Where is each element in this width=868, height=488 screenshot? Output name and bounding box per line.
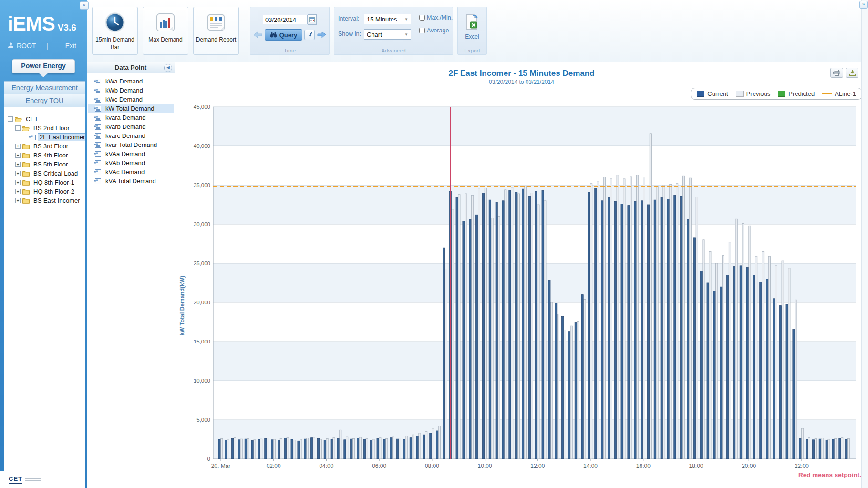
goto-pointer-button[interactable] [304, 30, 315, 40]
maxmin-checkbox[interactable] [419, 15, 425, 21]
datapoint-icon [94, 142, 101, 148]
datapoint-item-kvarc-demand[interactable]: kvarc Demand [88, 131, 174, 140]
sidebar: iEMSV3.6 ROOT | Exit Power Energy Energy… [0, 0, 87, 488]
account-separator: | [46, 42, 48, 50]
tree-node-bs-east-incomer[interactable]: +BS East Incomer [6, 196, 85, 205]
tree-node-label: HQ 8th Floor-2 [31, 187, 76, 196]
tool-demand-report[interactable]: Demand Report [193, 7, 239, 55]
datapoint-icon [94, 97, 101, 103]
expand-node-icon[interactable]: + [15, 162, 21, 167]
tree-node-label: BS 4th Floor [31, 151, 70, 159]
chart-actions [830, 68, 858, 78]
window-scrollbar[interactable] [861, 0, 868, 488]
tool-label: Max Demand [148, 36, 182, 44]
sidebar-collapse-button[interactable]: « [80, 1, 89, 10]
datapoint-item-kwc-demand[interactable]: kWc Demand [88, 95, 174, 104]
sidebar-item-energy-measurement[interactable]: Energy Measurement [4, 81, 85, 94]
print-button[interactable] [830, 68, 843, 78]
tree-node-bs-4th-floor[interactable]: +BS 4th Floor [6, 151, 85, 160]
chart-subtitle: 03/20/2014 to 03/21/2014 [175, 79, 868, 85]
expand-node-icon[interactable]: + [15, 171, 21, 176]
printer-icon [833, 70, 840, 76]
datapoint-item-kw-total-demand[interactable]: kW Total Demand [88, 104, 174, 113]
panel-collapse-icon[interactable]: ◀ [164, 64, 172, 72]
date-input[interactable] [263, 15, 308, 24]
sidebar-item-energy-tou[interactable]: Energy TOU [4, 94, 85, 107]
y-axis-title: kW Total Demand(kW) [179, 276, 186, 336]
datapoint-item-kvara-demand[interactable]: kvara Demand [88, 113, 174, 122]
chart-title: 2F East Incomer - 15 Minutes Demand [175, 69, 868, 78]
tree-node-2f-east-incomer[interactable]: 2F East Incomer [6, 133, 85, 142]
interval-select[interactable]: 15 Minutes ▼ [364, 14, 411, 24]
advanced-group: Interval: 15 Minutes ▼ Show in: Chart ▼ [334, 7, 453, 55]
datapoint-label: kvar Total Demand [105, 141, 157, 148]
collapse-node-icon[interactable]: − [8, 116, 13, 122]
chart-legend: CurrentPreviousPredictedALine-1 [691, 88, 862, 100]
datapoint-label: kVAc Demand [105, 168, 145, 176]
legend-label: Previous [746, 90, 771, 97]
folder-icon [22, 171, 30, 177]
datapoint-item-kvac-demand[interactable]: kVAc Demand [88, 167, 174, 177]
main-area: 15min Demand Bar Max Demand Demand Repor… [87, 0, 868, 488]
tool-max-demand[interactable]: Max Demand [143, 7, 188, 55]
tree-node-cet[interactable]: −CET [6, 114, 85, 124]
datapoint-item-kvarb-demand[interactable]: kvarb Demand [88, 122, 174, 131]
download-button[interactable] [846, 68, 858, 78]
expand-node-icon[interactable]: + [15, 180, 21, 185]
legend-box-swatch [736, 91, 744, 97]
tab-power-energy[interactable]: Power Energy [12, 59, 75, 73]
datapoint-icon [94, 79, 101, 84]
datapoint-item-kvaa-demand[interactable]: kVAa Demand [88, 149, 174, 158]
datapoint-label: kVAb Demand [105, 159, 145, 166]
expand-node-icon[interactable]: + [15, 189, 21, 194]
exit-button[interactable]: Exit [65, 42, 76, 50]
time-group-label: Time [250, 48, 329, 53]
datapoint-icon [94, 88, 101, 93]
datapoint-label: kWc Demand [105, 96, 143, 103]
calendar-icon[interactable] [308, 14, 317, 25]
demand-chart-svg: 05,00010,00015,00020,00025,00030,00035,0… [175, 62, 868, 488]
datapoint-label: kW Total Demand [105, 105, 154, 112]
legend-label: Predicted [788, 90, 815, 97]
tree-node-bs-2nd-floor[interactable]: −BS 2nd Floor [6, 124, 85, 133]
device-tree: −CET−BS 2nd Floor2F East Incomer+BS 3rd … [4, 111, 85, 471]
svg-text:04:00: 04:00 [319, 463, 333, 469]
tree-node-bs-critical-load[interactable]: +BS Critical Load [6, 169, 85, 178]
legend-label: Current [707, 90, 728, 97]
show-in-select[interactable]: Chart ▼ [364, 29, 411, 40]
query-button[interactable]: Query [265, 29, 303, 41]
collapse-node-icon[interactable]: − [15, 125, 21, 131]
datapoint-item-kwa-demand[interactable]: kWa Demand [88, 77, 174, 86]
previous-day-arrow[interactable] [253, 31, 263, 38]
legend-item-aline-1: ALine-1 [822, 90, 856, 97]
panel-collapse-right-button[interactable]: » [859, 1, 868, 9]
user-name[interactable]: ROOT [17, 42, 36, 50]
datapoint-label: kvarc Demand [105, 132, 145, 139]
datapoint-icon [94, 160, 101, 166]
tree-node-label: BS 2nd Floor [31, 124, 72, 132]
datapoint-header: Data Point ◀ [87, 62, 175, 73]
tree-node-label: BS 3rd Floor [31, 142, 70, 150]
svg-text:15,000: 15,000 [194, 339, 210, 344]
datapoint-item-kvar-total-demand[interactable]: kvar Total Demand [88, 140, 174, 149]
tree-node-hq-8th-floor-1[interactable]: +HQ 8th Floor-1 [6, 178, 85, 187]
datapoint-icon [94, 133, 101, 139]
excel-export-button[interactable]: Excel [458, 14, 486, 40]
expand-node-icon[interactable]: + [15, 144, 21, 149]
expand-node-icon[interactable]: + [15, 198, 21, 203]
datapoint-item-kwb-demand[interactable]: kWb Demand [88, 86, 174, 95]
datapoint-label: kVA Total Demand [105, 177, 156, 185]
tree-node-bs-5th-floor[interactable]: +BS 5th Floor [6, 160, 85, 169]
datapoint-item-kvab-demand[interactable]: kVAb Demand [88, 158, 174, 167]
svg-text:22:00: 22:00 [795, 463, 809, 469]
tree-node-bs-3rd-floor[interactable]: +BS 3rd Floor [6, 142, 85, 151]
expand-node-icon[interactable]: + [15, 153, 21, 158]
tree-node-hq-8th-floor-2[interactable]: +HQ 8th Floor-2 [6, 187, 85, 196]
datapoint-item-kva-total-demand[interactable]: kVA Total Demand [88, 177, 174, 186]
tool-15min-demand-bar[interactable]: 15min Demand Bar [92, 7, 138, 55]
svg-text:06:00: 06:00 [372, 463, 386, 469]
datapoint-icon [94, 124, 101, 130]
next-day-arrow[interactable] [317, 31, 326, 38]
svg-text:45,000: 45,000 [194, 104, 210, 110]
average-checkbox[interactable] [419, 28, 425, 33]
